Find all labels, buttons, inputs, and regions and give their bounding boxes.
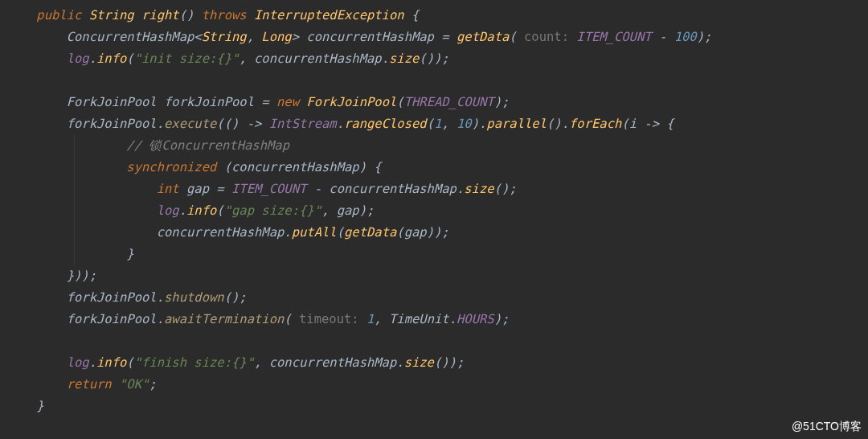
code-token: ( (126, 51, 133, 66)
code-token: shutdown (164, 290, 224, 305)
code-token: . (89, 51, 96, 66)
code-token: new (276, 95, 306, 109)
code-token: ; (149, 377, 156, 392)
code-token: 1 (366, 312, 374, 326)
code-token: ( (216, 203, 223, 218)
code-token: String (89, 8, 141, 23)
code-token: , (441, 117, 457, 131)
code-token: log (67, 51, 89, 66)
code-token: ForkJoinPool (306, 95, 396, 109)
code-token: InterruptedException (254, 8, 411, 23)
code-line: forkJoinPool.awaitTermination( timeout: … (6, 309, 868, 330)
code-token: ForkJoinPool (67, 95, 164, 109)
code-token: "init size:{}" (134, 51, 240, 66)
code-token: parallel (486, 117, 547, 131)
code-token: , concurrentHashMap. (239, 51, 389, 66)
code-token: ConcurrentHashMap (67, 30, 194, 44)
code-token: forkJoinPool. (67, 290, 164, 305)
code-token: . (337, 117, 344, 131)
code-token: forkJoinPool. (67, 117, 164, 131)
code-line: ConcurrentHashMap<String, Long> concurre… (6, 27, 868, 48)
code-token: getData (344, 225, 396, 240)
code-token: ); (697, 30, 712, 44)
code-token: (() -> (216, 117, 268, 131)
code-line: } (6, 396, 868, 417)
code-token: ). (472, 117, 487, 131)
code-token: { (411, 8, 419, 23)
code-token: - (659, 30, 674, 44)
code-token: info (186, 203, 216, 218)
code-token: forkJoinPool. (67, 312, 164, 326)
code-token: ITEM_COUNT (576, 30, 659, 44)
code-token: log (67, 355, 89, 370)
code-token: public (36, 8, 88, 23)
code-line: log.info("init size:{}", concurrentHashM… (6, 48, 868, 70)
code-token: , concurrentHashMap. (254, 355, 404, 370)
code-token: ()); (419, 51, 448, 66)
code-token: = (441, 30, 457, 44)
code-token: . (179, 203, 186, 218)
code-token: 10 (457, 117, 472, 131)
code-token: timeout: (299, 312, 366, 326)
code-line: concurrentHashMap.putAll(getData(gap)); (6, 222, 868, 244)
code-token: ( (284, 312, 299, 326)
code-token: (i -> { (621, 117, 674, 131)
code-token: (); (224, 290, 247, 305)
code-token: } (36, 399, 43, 413)
code-token: (); (494, 182, 517, 196)
code-token: return (67, 377, 119, 392)
code-token: int (157, 182, 186, 196)
code-line: log.info("finish size:{}", concurrentHas… (6, 352, 868, 374)
watermark-text: @51CTO博客 (792, 420, 862, 434)
code-line: } (6, 244, 868, 265)
code-token: 1 (434, 117, 441, 131)
code-token: awaitTermination (164, 312, 284, 326)
code-line: public String right() throws Interrupted… (6, 5, 868, 27)
code-token: TimeUnit (389, 312, 449, 326)
code-token: throws (202, 8, 254, 23)
code-token: info (96, 355, 126, 370)
code-token: size (389, 51, 419, 66)
code-token: IntStream (269, 117, 337, 131)
code-line: synchronized (concurrentHashMap) { (6, 157, 868, 178)
code-token: THREAD_COUNT (404, 95, 494, 109)
code-token: = (216, 182, 231, 196)
code-token: , (374, 312, 389, 326)
code-token: execute (164, 117, 216, 131)
code-editor: public String right() throws Interrupted… (0, 0, 868, 417)
code-token: . (89, 355, 96, 370)
code-token: "gap size:{}" (224, 203, 321, 218)
code-token: gap (186, 182, 216, 196)
code-line (6, 330, 868, 352)
code-line (6, 70, 868, 92)
code-token: HOURS (457, 312, 494, 326)
code-token: "OK" (119, 377, 149, 392)
code-token: = (261, 95, 276, 109)
code-token: size (464, 182, 493, 196)
code-token: () (179, 8, 202, 23)
code-token: (gap)); (396, 225, 448, 240)
code-token: ( (126, 355, 133, 370)
code-token: ()); (434, 355, 464, 370)
code-token: - concurrentHashMap. (314, 182, 465, 196)
code-line: ForkJoinPool forkJoinPool = new ForkJoin… (6, 92, 868, 113)
code-token: , (247, 30, 262, 44)
code-line: int gap = ITEM_COUNT - concurrentHashMap… (6, 178, 868, 200)
code-token: count: (524, 30, 576, 44)
code-token: (). (547, 117, 569, 131)
code-token: ); (494, 312, 510, 326)
code-token: rangeClosed (344, 117, 427, 131)
code-token: putAll (292, 225, 337, 240)
code-line: return "OK"; (6, 374, 868, 396)
code-token: size (404, 355, 434, 370)
code-line: forkJoinPool.shutdown(); (6, 287, 868, 309)
code-token: (concurrentHashMap) { (224, 160, 382, 174)
code-token: < (194, 30, 201, 44)
code-token: 100 (674, 30, 697, 44)
code-token: forEach (569, 117, 621, 131)
code-token: > (292, 30, 307, 44)
code-token: , gap); (321, 203, 374, 218)
code-token: // 锁ConcurrentHashMap (126, 138, 289, 153)
code-token: ( (509, 30, 524, 44)
code-token: log (157, 203, 179, 218)
